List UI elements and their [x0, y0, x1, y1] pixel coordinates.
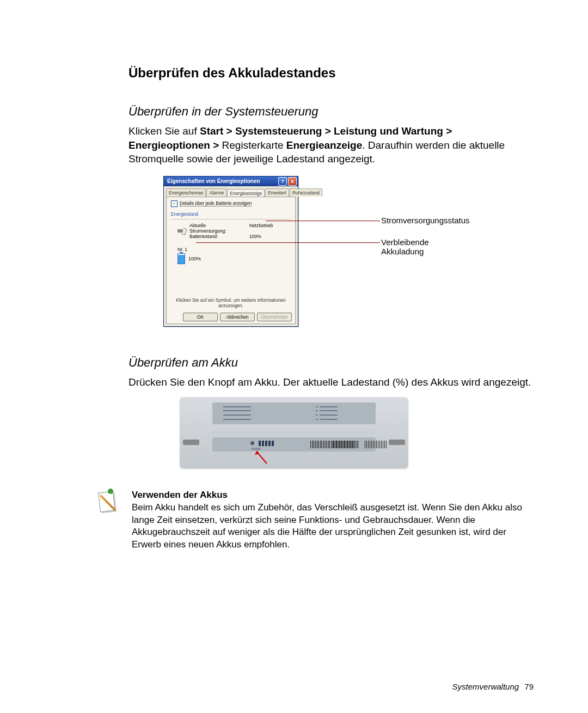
intro-tab: Energieanzeige — [286, 139, 362, 151]
section1-paragraph: Klicken Sie auf Start > Systemsteuerung … — [128, 124, 534, 166]
dialog-panel: ✓ Details über jede Batterie anzeigen En… — [166, 197, 296, 324]
tab-erweitert[interactable]: Erweitert — [265, 188, 289, 197]
group-label: Energiestand — [171, 211, 291, 217]
battery-level-bars — [259, 441, 274, 446]
apply-button[interactable]: Übernehmen — [257, 313, 292, 321]
note-title: Verwenden der Akkus — [132, 490, 534, 501]
dialog-titlebar: Eigenschaften von Energieoptionen ? X — [164, 176, 298, 186]
push-label: PUSH — [252, 447, 261, 450]
level-value: 100% — [249, 234, 261, 239]
svg-line-0 — [258, 453, 267, 464]
footer-section: Systemverwaltung — [452, 682, 519, 691]
dialog-hint: Klicken Sie auf ein Symbol, um weitere I… — [172, 297, 290, 308]
battery-illustration: ━━━━━━━━━━━━━━ ━━━━━━━━━━━━━━ ━━━━━━━━━━… — [180, 397, 408, 468]
note-icon — [96, 490, 121, 515]
tab-energieanzeige[interactable]: Energieanzeige — [227, 189, 265, 197]
callout-line — [196, 242, 380, 243]
note-text: Beim Akku handelt es sich um Zubehör, da… — [132, 502, 534, 552]
cancel-button[interactable]: Abbrechen — [220, 313, 255, 321]
divider — [171, 219, 291, 220]
level-label: Batteriestand: — [189, 234, 244, 239]
section2-text: Drücken Sie den Knopf am Akku. Der aktue… — [128, 375, 534, 389]
close-icon[interactable]: X — [288, 177, 297, 186]
footer-page: 79 — [524, 682, 534, 691]
callout-line — [266, 221, 380, 221]
help-icon[interactable]: ? — [278, 177, 287, 186]
tab-ruhezustand[interactable]: Ruhezustand — [290, 188, 322, 197]
section1-title: Überprüfen in der Systemsteuerung — [128, 105, 534, 119]
intro-pre: Klicken Sie auf — [128, 125, 200, 137]
dialog-figure: Eigenschaften von Energieoptionen ? X En… — [163, 176, 468, 340]
tab-energieschemas[interactable]: Energieschemas — [166, 188, 206, 197]
battery-icon[interactable] — [177, 253, 185, 264]
details-checkbox[interactable]: ✓ — [171, 200, 177, 207]
ok-button[interactable]: OK — [183, 313, 218, 321]
tab-alarme[interactable]: Alarme — [206, 188, 226, 197]
barcode-icon — [365, 441, 387, 448]
plug-icon — [176, 227, 186, 235]
details-checkbox-label: Details über jede Batterie anzeigen — [180, 200, 252, 206]
battery-push-dot — [250, 441, 254, 445]
power-options-dialog: Eigenschaften von Energieoptionen ? X En… — [163, 176, 298, 327]
barcode-icon — [310, 441, 359, 448]
page-heading: Überprüfen des Akkuladestandes — [128, 65, 534, 81]
supply-label: Aktuelle Stromversorgung: — [189, 223, 244, 234]
callout-status: Stromversorgungsstatus — [381, 216, 470, 225]
dialog-title: Eigenschaften von Energieoptionen — [167, 178, 260, 184]
battery-nr: Nr. 1 — [177, 247, 291, 252]
page-footer: Systemverwaltung 79 — [452, 682, 534, 691]
intro-mid: Registerkarte — [219, 139, 286, 151]
battery-pct: 100% — [188, 256, 201, 261]
supply-value: Netzbetrieb — [249, 223, 273, 234]
dialog-tabs: Energieschemas Alarme Energieanzeige Erw… — [164, 186, 298, 197]
callout-remaining: Verbleibende Akkuladung — [381, 237, 468, 256]
section2-title: Überprüfen am Akku — [128, 356, 534, 370]
